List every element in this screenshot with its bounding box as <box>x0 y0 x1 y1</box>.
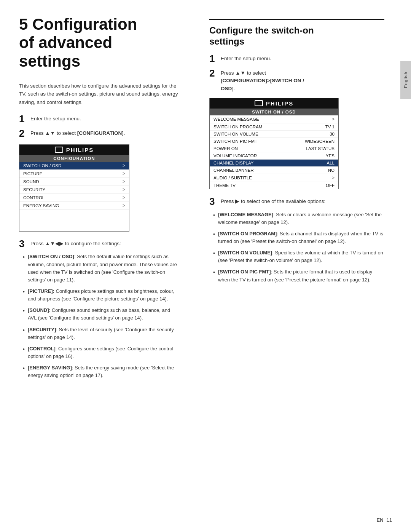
menu-row-switch-volume: SWITCH ON VOLUME 30 <box>210 131 338 138</box>
menu-row-energy: ENERGY SAVING > <box>19 202 129 210</box>
menu-label: WELCOME MESSAGE <box>213 117 259 121</box>
chevron-icon: > <box>332 117 335 122</box>
right-step-2-text: Press ▲▼ to select [CONFIGURATION]>[SWIT… <box>221 68 304 93</box>
menu-row-audio-subtitle: AUDIO / SUBTITLE > <box>210 174 338 182</box>
right-step-2-bold: [CONFIGURATION]>[SWITCH ON /OSD] <box>221 78 304 91</box>
chapter-number: 5 <box>19 15 32 33</box>
right-bullet-list: [WELCOME MESSAGE]: Sets or clears a welc… <box>213 211 384 284</box>
footer-lang: EN <box>376 517 383 523</box>
philips-menu-2: PHILIPS SWITCH ON / OSD WELCOME MESSAGE … <box>209 98 339 189</box>
menu-row-label: SWITCH ON / OSD <box>23 163 61 168</box>
right-step-2-number: 2 <box>209 68 221 79</box>
menu-row-sound: SOUND > <box>19 178 129 186</box>
chapter-title: 5 Configurationof advancedsettings <box>19 15 178 70</box>
page-footer: EN 11 <box>376 517 392 523</box>
menu-row-label: PICTURE <box>23 171 42 176</box>
menu-label: SWITCH ON PROGRAM <box>213 125 262 129</box>
menu-label: SWITCH ON VOLUME <box>213 132 258 136</box>
chevron-icon: > <box>123 179 125 184</box>
menu-label: POWER ON <box>213 146 238 151</box>
menu-row-label: SOUND <box>23 179 39 184</box>
menu-row-switch-on-osd: SWITCH ON / OSD > <box>19 162 129 170</box>
language-tab: English <box>400 61 411 99</box>
menu-label: CHANNEL DISPLAY <box>213 161 253 165</box>
step-2-text: Press ▲▼ to select [CONFIGURATION]. <box>30 128 125 137</box>
menu-section-title-1: CONFIGURATION <box>19 155 129 162</box>
menu-row-label: SECURITY <box>23 187 45 192</box>
philips-header-2: PHILIPS <box>210 98 338 109</box>
bullet-control: [CONTROL]: Configures some settings (see… <box>23 345 178 360</box>
bullet-security: [SECURITY]: Sets the level of security (… <box>23 326 178 341</box>
menu-row-empty-1 <box>19 210 129 217</box>
menu-label: AUDIO / SUBTITLE <box>213 176 252 180</box>
menu-row-switch-pic-fmt: SWITCH ON PIC FMT WIDESCREEN <box>210 138 338 145</box>
right-step-3-text: Press ▶ to select one of the available o… <box>221 196 325 205</box>
step-1-number: 1 <box>19 113 30 125</box>
menu-row-label: ENERGY SAVING <box>23 203 59 208</box>
bullet-switch-pic-fmt: [SWITCH ON PIC FMT]: Sets the picture fo… <box>213 268 384 283</box>
step-3-text: Press ▲▼◀▶ to configure the settings: <box>30 238 121 248</box>
bullet-switch-program: [SWITCH ON PROGRAM]: Sets a channel that… <box>213 230 384 245</box>
menu-row-empty-2 <box>19 217 129 224</box>
menu-row-control: CONTROL > <box>19 194 129 202</box>
menu-value: YES <box>326 153 335 158</box>
menu-value: WIDESCREEN <box>305 139 335 144</box>
menu-value: OFF <box>326 183 335 188</box>
bullet-picture: [PICTURE]: Configures picture settings s… <box>23 288 178 303</box>
menu-label: THEME TV <box>213 183 236 188</box>
bullet-switch-on-osd: [SWITCH ON / OSD]: Sets the default valu… <box>23 253 178 284</box>
menu-row-switch-program: SWITCH ON PROGRAM TV 1 <box>210 123 338 131</box>
bullet-welcome: [WELCOME MESSAGE]: Sets or clears a welc… <box>213 211 384 226</box>
step-1-text: Enter the setup menu. <box>30 113 81 123</box>
menu-row-channel-display: CHANNEL DISPLAY ALL <box>210 160 338 167</box>
menu-row-power-on: POWER ON LAST STATUS <box>210 145 338 152</box>
menu-value: NO <box>328 168 335 173</box>
philips-brand-2: PHILIPS <box>266 100 293 107</box>
philips-brand-1: PHILIPS <box>66 147 94 153</box>
tv-icon-2 <box>255 100 263 106</box>
chevron-icon: > <box>123 203 125 208</box>
menu-row-security: SECURITY > <box>19 186 129 194</box>
step-2-number: 2 <box>19 128 30 139</box>
language-label: English <box>403 72 408 88</box>
menu-row-picture: PICTURE > <box>19 170 129 178</box>
menu-row-label: CONTROL <box>23 195 45 200</box>
menu-value: LAST STATUS <box>306 146 335 151</box>
chevron-icon: > <box>123 171 125 176</box>
bullet-sound: [SOUND]: Configures sound settings such … <box>23 307 178 322</box>
philips-header-1: PHILIPS <box>19 145 129 155</box>
step-3-number: 3 <box>19 238 30 249</box>
menu-row-empty-3 <box>19 224 129 231</box>
right-column: Configure the switch-onsettings 1 Enter … <box>194 0 400 532</box>
left-bullet-list: [SWITCH ON / OSD]: Sets the default valu… <box>23 253 178 379</box>
step-1: 1 Enter the setup menu. <box>19 113 178 125</box>
step-2-bold: [CONFIGURATION] <box>77 130 124 136</box>
menu-value: 30 <box>330 132 335 136</box>
menu-value: TV 1 <box>325 125 335 129</box>
chevron-icon: > <box>123 195 125 200</box>
menu-row-volume-indicator: VOLUME INDICATOR YES <box>210 152 338 160</box>
menu-section-title-2: SWITCH ON / OSD <box>210 109 338 115</box>
menu-row-theme-tv: THEME TV OFF <box>210 182 338 189</box>
menu-label: CHANNEL BANNER <box>213 168 254 173</box>
menu-value: ALL <box>327 161 335 165</box>
page-container: English 5 Configurationof advancedsettin… <box>0 0 411 532</box>
right-step-1: 1 Enter the setup menu. <box>209 53 384 64</box>
chevron-icon: > <box>332 175 335 181</box>
step-3: 3 Press ▲▼◀▶ to configure the settings: <box>19 238 178 249</box>
bullet-switch-volume: [SWITCH ON VOLUME]: Specifies the volume… <box>213 249 384 264</box>
right-step-3-number: 3 <box>209 196 221 207</box>
right-step-1-text: Enter the setup menu. <box>221 53 271 62</box>
right-step-3: 3 Press ▶ to select one of the available… <box>209 196 384 207</box>
intro-paragraph: This section describes how to configure … <box>19 82 178 107</box>
chevron-icon: > <box>123 187 125 192</box>
menu-row-welcome: WELCOME MESSAGE > <box>210 115 338 123</box>
step-2: 2 Press ▲▼ to select [CONFIGURATION]. <box>19 128 178 139</box>
right-step-1-number: 1 <box>209 53 221 64</box>
right-step-2: 2 Press ▲▼ to select [CONFIGURATION]>[SW… <box>209 68 384 93</box>
menu-label: VOLUME INDICATOR <box>213 153 257 158</box>
footer-page-number: 11 <box>387 517 392 523</box>
chevron-icon: > <box>123 163 125 168</box>
left-column: 5 Configurationof advancedsettings This … <box>0 0 194 532</box>
tv-icon <box>55 147 63 153</box>
